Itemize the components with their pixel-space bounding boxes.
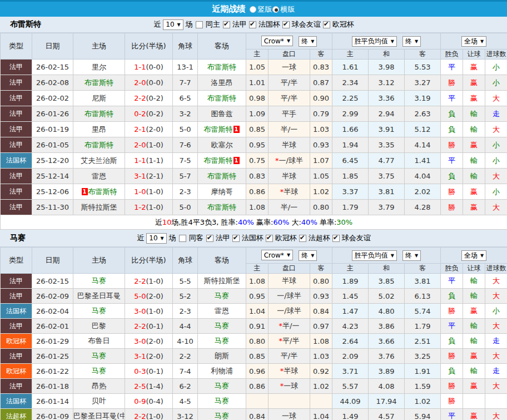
odds-time-select[interactable]: 终▼ [299, 250, 317, 261]
away-team: 图鲁兹 [198, 106, 246, 122]
col-header-corner: 角球 [173, 33, 198, 60]
halftime-score: (2-0) [146, 292, 163, 300]
odds-source-select[interactable]: Crow*▼ [261, 36, 293, 46]
scope-group-header: 全场▼ [441, 33, 507, 50]
home-odds: 0.85 [246, 349, 269, 364]
match-date: 26-01-05 [32, 137, 73, 153]
avg-home-odds: 1.61 [332, 60, 369, 75]
match-date: 26-02-08 [32, 75, 73, 91]
league-checkbox-label: 法国杯 [242, 233, 264, 243]
avg-home-odds: 1.89 [332, 274, 369, 289]
league-checkbox[interactable] [206, 235, 213, 242]
handicap-outcome: 赢 [463, 379, 485, 394]
match-row: 法国杯 25-12-20 艾夫兰治斯 1-1(1-1) 7-5 布雷斯特1 0.… [1, 153, 507, 169]
col-header-handicap: 盘口 [269, 50, 310, 60]
corner-score: 7-5 [173, 153, 198, 169]
avg-away-odds: 1.41 [405, 153, 441, 169]
team-name-text: 巴黎 [92, 322, 106, 330]
goals-outcome: 小 [485, 60, 507, 75]
match-date: 26-01-18 [32, 379, 73, 394]
team-name-text: 马赛 [215, 337, 229, 345]
handicap-outcome: 赢 [463, 75, 485, 91]
match-row: 法甲 25-12-06 1布雷斯特 1-0(1-0) 2-3 摩纳哥 0.86 … [1, 184, 507, 200]
summary-segment: 40% [238, 218, 254, 226]
league-checkbox[interactable] [249, 21, 256, 28]
avg-draw-odds: 3.86 [369, 319, 405, 334]
away-team: 布雷斯特 [198, 60, 246, 75]
team-name-text: 布雷斯特 [84, 78, 113, 87]
match-score: 2-2(0-1) [125, 319, 173, 334]
match-row: 欧冠杯 26-01-29 布鲁日 3-0(2-0) 4-10 马赛 0.80 *… [1, 334, 507, 349]
fulltime-score: 0-2 [134, 110, 146, 118]
result-outcome: 負 [441, 334, 463, 349]
away-team: 布雷斯特 [198, 91, 246, 106]
goals-outcome: 大 [485, 122, 507, 137]
goals-outcome: 小 [485, 304, 507, 319]
team-name-text: 马赛 [92, 307, 106, 315]
corner-score: 2-3 [173, 304, 198, 319]
recent-count-select[interactable]: 10▼ [146, 233, 166, 244]
layout-radio[interactable] [272, 6, 279, 13]
match-date: 26-02-09 [32, 289, 73, 304]
league-checkbox[interactable] [332, 235, 340, 242]
avg-odds-group-header: 胜平负均值▼ 终▼ [332, 248, 441, 264]
col-header-handicap-result: 让球 [463, 264, 485, 274]
league-checkbox[interactable] [299, 235, 306, 242]
away-team: 布雷斯特 [198, 169, 246, 184]
handicap-line: *一/球半 [269, 153, 310, 169]
team-name-text: 图鲁兹 [211, 110, 233, 118]
away-team: 斯特拉斯堡 [198, 274, 246, 289]
avg-draw-odds: 4.57 [369, 409, 405, 420]
scope-select[interactable]: 全场▼ [461, 250, 486, 261]
fulltime-score: 3-1 [134, 172, 146, 180]
home-odds: 1.04 [246, 304, 269, 319]
match-row: 法甲 26-01-19 里昂 2-1(2-0) 5-0 布雷斯特1 0.85 半… [1, 122, 507, 137]
same-venue-checkbox[interactable] [179, 235, 186, 242]
league-checkbox[interactable] [266, 235, 273, 242]
away-team: 朗斯 [198, 349, 246, 364]
match-row: 法甲 26-02-01 巴黎 2-2(0-1) 4-4 马赛 0.91 *半/一… [1, 319, 507, 334]
home-odds: 0.83 [246, 169, 269, 184]
odds-source-select[interactable]: Crow*▼ [261, 250, 293, 260]
avg-away-odds: 4.28 [405, 200, 441, 215]
league-checkbox[interactable] [232, 235, 240, 242]
match-type-badge: 法甲 [1, 75, 32, 91]
recent-matches-table: 类型 日期 主场 比分(半场) 角球 客场 Crow*▼ 终▼ 胜平负均值▼ 终… [0, 33, 507, 230]
home-odds: 0.95 [246, 137, 269, 153]
match-row: 法甲 26-02-09 巴黎圣日耳曼 5-0(2-0) 5-2 马赛 0.95 … [1, 289, 507, 304]
col-header-result: 胜负 [441, 264, 463, 274]
league-checkbox[interactable] [323, 21, 330, 28]
away-odds: 0.92 [310, 364, 332, 379]
same-venue-checkbox[interactable] [196, 21, 203, 28]
avg-home-odds: 1.79 [332, 200, 369, 215]
corner-score: 5-0 [173, 200, 198, 215]
match-score: 2-5(1-4) [125, 379, 173, 394]
team-name-text: 斯特拉斯堡 [204, 276, 240, 285]
halftime-score: (1-4) [146, 382, 163, 391]
handicap-outcome: 赢 [463, 200, 485, 215]
layout-radio[interactable] [250, 6, 256, 13]
chevron-down-icon: ▼ [287, 38, 290, 43]
match-type-badge: 法甲 [1, 60, 32, 75]
avg-odds-select[interactable]: 胜平负均值▼ [352, 250, 397, 261]
match-row: 法国杯 26-02-04 马赛 3-0(1-0) 2-3 雷恩 1.04 一/球… [1, 304, 507, 319]
match-score: 2-0(1-0) [125, 137, 173, 153]
recent-count-select[interactable]: 10▼ [163, 19, 183, 30]
fulltime-score: 0-9 [134, 397, 146, 406]
league-checkbox[interactable] [282, 21, 290, 28]
halftime-score: (1-0) [146, 187, 163, 196]
avg-odds-select[interactable]: 胜平负均值▼ [352, 36, 397, 47]
handicap-line: 一/球半 [269, 304, 310, 319]
away-odds: 1.07 [310, 153, 332, 169]
match-type-badge: 法甲 [1, 122, 32, 137]
match-date: 26-01-19 [32, 122, 73, 137]
avg-time-select[interactable]: 终▼ [402, 36, 421, 47]
result-outcome: 負 [441, 106, 463, 122]
odds-time-select[interactable]: 终▼ [299, 36, 317, 47]
avg-time-select[interactable]: 终▼ [402, 250, 421, 261]
league-checkbox[interactable] [223, 21, 230, 28]
match-row: 法甲 26-01-18 昂热 2-5(1-4) 6-2 马赛 0.86 *一球 … [1, 379, 507, 394]
scope-select[interactable]: 全场▼ [461, 36, 486, 47]
home-team: 斯特拉斯堡 [73, 200, 125, 215]
handicap-outcome: 輸 [463, 289, 485, 304]
